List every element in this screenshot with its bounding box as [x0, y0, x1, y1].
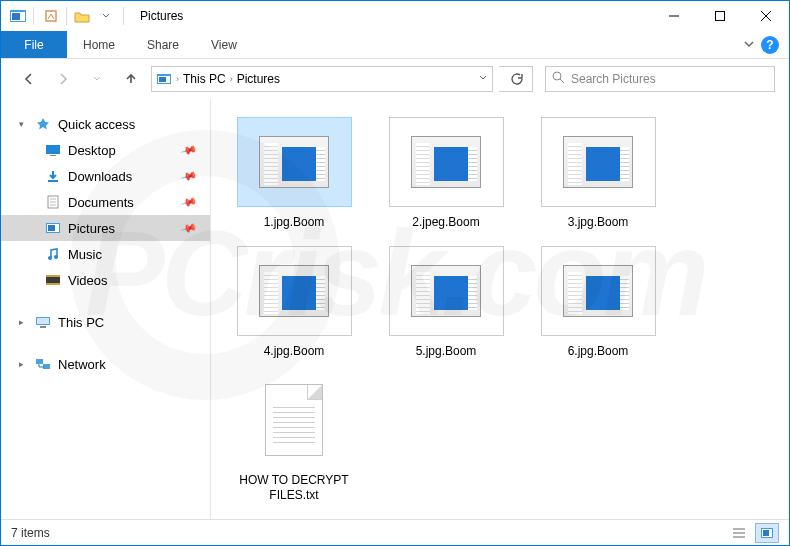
svg-point-11 [553, 72, 561, 80]
generic-file-icon [411, 136, 481, 188]
svg-line-12 [560, 79, 564, 83]
item-count: 7 items [11, 526, 50, 540]
file-item[interactable]: 4.jpg.Boom [229, 246, 359, 359]
generic-file-icon [563, 265, 633, 317]
file-item[interactable]: 2.jpeg.Boom [381, 117, 511, 230]
file-tab[interactable]: File [1, 31, 67, 58]
app-icon [9, 8, 27, 24]
navigation-bar: › This PC › Pictures Search Pictures [1, 59, 789, 99]
generic-file-icon [563, 136, 633, 188]
file-list[interactable]: 1.jpg.Boom2.jpeg.Boom3.jpg.Boom4.jpg.Boo… [211, 99, 789, 519]
file-item[interactable]: 1.jpg.Boom [229, 117, 359, 230]
generic-file-icon [259, 265, 329, 317]
folder-icon [45, 272, 61, 288]
svg-rect-29 [37, 318, 49, 324]
forward-button[interactable] [49, 65, 77, 93]
breadcrumb-segment[interactable]: Pictures [237, 72, 280, 86]
folder-icon [45, 194, 61, 210]
sidebar-item-pictures[interactable]: Pictures📌 [1, 215, 210, 241]
sidebar-item-music[interactable]: Music [1, 241, 210, 267]
file-thumbnail [237, 375, 352, 465]
back-button[interactable] [15, 65, 43, 93]
file-name: 1.jpg.Boom [264, 215, 325, 230]
sidebar-item-label: Music [68, 247, 102, 262]
window-controls [651, 1, 789, 31]
sidebar-item-videos[interactable]: Videos [1, 267, 210, 293]
svg-rect-3 [46, 11, 56, 21]
folder-icon [45, 246, 61, 262]
quick-access-toolbar [40, 5, 117, 27]
title-bar-left: Pictures [1, 5, 183, 27]
file-thumbnail [389, 246, 504, 336]
file-name: HOW TO DECRYPT FILES.txt [234, 473, 354, 503]
chevron-right-icon[interactable]: › [230, 74, 233, 84]
file-thumbnail [389, 117, 504, 207]
chevron-right-icon[interactable]: ▸ [19, 317, 24, 327]
sidebar-network[interactable]: ▸ Network [1, 351, 210, 377]
file-item[interactable]: 3.jpg.Boom [533, 117, 663, 230]
sidebar-item-desktop[interactable]: Desktop📌 [1, 137, 210, 163]
sidebar-item-label: Videos [68, 273, 108, 288]
chevron-right-icon[interactable]: ▸ [19, 359, 24, 369]
up-button[interactable] [117, 65, 145, 93]
navigation-pane[interactable]: ▾ Quick access Desktop📌Downloads📌Documen… [1, 99, 211, 519]
file-thumbnail [541, 246, 656, 336]
expand-ribbon-icon[interactable] [743, 36, 755, 54]
pin-icon: 📌 [180, 193, 199, 211]
svg-rect-32 [43, 364, 50, 369]
close-button[interactable] [743, 1, 789, 31]
file-item[interactable]: HOW TO DECRYPT FILES.txt [229, 375, 359, 503]
tab-share[interactable]: Share [131, 31, 195, 58]
sidebar-item-label: Downloads [68, 169, 132, 184]
chevron-down-icon[interactable]: ▾ [19, 119, 24, 129]
address-dropdown[interactable] [478, 72, 488, 86]
file-item[interactable]: 5.jpg.Boom [381, 246, 511, 359]
qat-dropdown[interactable] [95, 5, 117, 27]
explorer-window: Pictures File Home Share View ? › This P… [0, 0, 790, 546]
maximize-button[interactable] [697, 1, 743, 31]
tab-home[interactable]: Home [67, 31, 131, 58]
quick-access-group: ▾ Quick access Desktop📌Downloads📌Documen… [1, 111, 210, 293]
file-thumbnail [541, 117, 656, 207]
sidebar-item-label: Documents [68, 195, 134, 210]
sidebar-item-downloads[interactable]: Downloads📌 [1, 163, 210, 189]
svg-rect-13 [46, 145, 60, 154]
ribbon-right: ? [743, 31, 789, 58]
file-item[interactable]: 6.jpg.Boom [533, 246, 663, 359]
file-name: 2.jpeg.Boom [412, 215, 479, 230]
svg-rect-38 [763, 530, 769, 536]
body: ▾ Quick access Desktop📌Downloads📌Documen… [1, 99, 789, 519]
svg-rect-27 [46, 283, 60, 285]
sidebar-this-pc[interactable]: ▸ This PC [1, 309, 210, 335]
qat-properties[interactable] [40, 5, 62, 27]
search-box[interactable]: Search Pictures [545, 66, 775, 92]
tab-view[interactable]: View [195, 31, 253, 58]
sidebar-quick-access[interactable]: ▾ Quick access [1, 111, 210, 137]
chevron-right-icon[interactable]: › [176, 74, 179, 84]
computer-icon [35, 314, 51, 330]
refresh-button[interactable] [499, 66, 533, 92]
sidebar-item-documents[interactable]: Documents📌 [1, 189, 210, 215]
file-name: 4.jpg.Boom [264, 344, 325, 359]
search-icon [552, 71, 565, 87]
help-icon[interactable]: ? [761, 36, 779, 54]
details-view-button[interactable] [727, 523, 751, 543]
ribbon: File Home Share View ? [1, 31, 789, 59]
generic-file-icon [411, 265, 481, 317]
sidebar-item-label: This PC [58, 315, 104, 330]
minimize-button[interactable] [651, 1, 697, 31]
sidebar-item-label: Desktop [68, 143, 116, 158]
svg-rect-26 [46, 275, 60, 277]
recent-dropdown[interactable] [83, 65, 111, 93]
breadcrumb-segment[interactable]: This PC [183, 72, 226, 86]
status-bar: 7 items [1, 519, 789, 545]
separator [33, 7, 34, 25]
star-icon [35, 116, 51, 132]
address-bar[interactable]: › This PC › Pictures [151, 66, 493, 92]
qat-new-folder[interactable] [71, 5, 93, 27]
folder-icon [45, 220, 61, 236]
title-bar: Pictures [1, 1, 789, 31]
svg-rect-14 [50, 155, 56, 156]
svg-rect-5 [716, 12, 725, 21]
thumbnails-view-button[interactable] [755, 523, 779, 543]
